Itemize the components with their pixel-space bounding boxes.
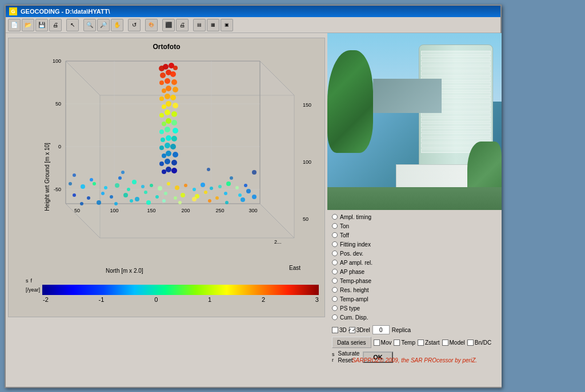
toggle3-button[interactable]: ▣	[221, 19, 233, 31]
replica-input[interactable]	[372, 325, 390, 334]
svg-point-42	[193, 188, 196, 191]
checkbox-bndc-label: Bn/DC	[475, 340, 491, 346]
radio-ampl-timing-circle[interactable]	[332, 214, 338, 220]
radio-ampl-timing[interactable]: Ampl. timing	[332, 212, 497, 221]
checkbox-3drel-label: 3Drel	[356, 327, 370, 333]
checkbox-mov-item[interactable]: Mov	[374, 340, 392, 346]
checkbox-mov-box[interactable]	[374, 340, 380, 346]
svg-point-37	[150, 184, 153, 187]
radio-temp-ampl-circle[interactable]	[332, 296, 338, 302]
svg-point-56	[246, 189, 251, 193]
svg-point-55	[224, 192, 227, 195]
radio-toff-label: Toff	[340, 232, 349, 239]
svg-point-118	[166, 167, 171, 172]
radio-ap-phase-circle[interactable]	[332, 269, 338, 274]
save-button[interactable]: 💾	[35, 19, 48, 31]
data-series-button[interactable]: Data series	[332, 337, 371, 348]
svg-point-51	[144, 191, 147, 194]
radio-toff-circle[interactable]	[332, 232, 338, 238]
checkbox-temp-item[interactable]: Temp	[394, 340, 415, 346]
svg-text:250: 250	[215, 208, 224, 213]
export-button[interactable]: ⬛	[162, 19, 175, 31]
svg-point-102	[171, 120, 177, 126]
checkbox-bndc-box[interactable]	[467, 340, 474, 346]
radio-temp-ampl[interactable]: Temp-ampl	[332, 294, 497, 304]
checkbox-temp-box[interactable]	[394, 340, 400, 346]
trees-left	[327, 50, 373, 153]
zoom-in-button[interactable]: 🔍	[83, 19, 96, 31]
checkbox-zstart-box[interactable]	[418, 340, 424, 346]
svg-point-101	[162, 122, 166, 126]
radio-pos-dev[interactable]: Pos. dev.	[332, 249, 497, 258]
svg-point-67	[80, 202, 83, 205]
radio-ap-ampl-rel[interactable]: AP ampl. rel.	[332, 258, 497, 267]
svg-point-116	[159, 161, 164, 166]
svg-point-110	[159, 146, 164, 150]
radio-ap-ampl-rel-label: AP ampl. rel.	[340, 260, 372, 266]
radio-ampl-timing-label: Ampl. timing	[340, 214, 371, 220]
cursor-button[interactable]: ↖	[66, 19, 79, 31]
color-button[interactable]: 🎨	[145, 19, 158, 31]
svg-point-33	[127, 188, 130, 191]
zoom-out-button[interactable]: 🔎	[97, 19, 110, 31]
open-button[interactable]: 📂	[22, 19, 34, 31]
checkbox-3d-box[interactable]	[332, 327, 338, 333]
pan-button[interactable]: ✋	[111, 19, 123, 31]
radio-ton[interactable]: Ton	[332, 221, 497, 231]
svg-text:100: 100	[53, 58, 61, 64]
colorbar-f-label: f	[31, 278, 33, 284]
radio-ap-ampl-rel-circle[interactable]	[332, 260, 338, 265]
svg-marker-3	[66, 204, 294, 238]
radio-temp-phase[interactable]: Temp-phase	[332, 276, 497, 285]
svg-point-103	[165, 127, 170, 132]
print-button[interactable]: 🖨	[49, 19, 62, 31]
svg-point-119	[162, 169, 166, 174]
svg-point-113	[162, 153, 166, 158]
tick-1: 1	[208, 296, 211, 303]
checkbox-model-box[interactable]	[442, 340, 448, 346]
svg-point-73	[178, 201, 182, 204]
sat-s-letter: s	[332, 351, 335, 357]
svg-point-123	[73, 173, 76, 177]
radio-temp-phase-circle[interactable]	[332, 278, 338, 284]
radio-res-height-label: Res. height	[340, 287, 369, 293]
checkbox-3drel-box[interactable]: ✓	[349, 327, 355, 333]
svg-text:50: 50	[74, 208, 80, 213]
svg-point-63	[215, 196, 219, 200]
print2-button[interactable]: 🖨	[176, 19, 189, 31]
radio-ap-phase[interactable]: AP phase	[332, 267, 497, 276]
radio-res-height[interactable]: Res. height	[332, 285, 497, 294]
radio-ps-type[interactable]: PS type	[332, 304, 497, 313]
svg-point-50	[123, 193, 128, 197]
svg-point-57	[87, 196, 90, 200]
radio-pos-dev-circle[interactable]	[332, 250, 338, 256]
svg-point-91	[165, 94, 170, 99]
radio-fitting-index[interactable]: Fitting index	[332, 240, 497, 249]
radio-ps-type-circle[interactable]	[332, 305, 338, 311]
svg-text:100: 100	[303, 159, 311, 165]
svg-point-77	[241, 197, 245, 202]
rotate-button[interactable]: ↺	[128, 19, 141, 31]
checkbox-zstart-item[interactable]: Zstart	[418, 340, 440, 346]
radio-fitting-index-circle[interactable]	[332, 241, 338, 247]
svg-text:50: 50	[55, 101, 61, 107]
radio-cum-disp[interactable]: Cum. Disp.	[332, 313, 497, 322]
svg-point-95	[162, 104, 166, 109]
checkbox-bndc-item[interactable]: Bn/DC	[467, 340, 491, 346]
toggle1-button[interactable]: ▤	[193, 19, 206, 31]
checkbox-3d-item[interactable]: 3D	[332, 327, 347, 333]
checkbox-model-item[interactable]: Model	[442, 340, 465, 346]
toggle2-button[interactable]: ▦	[207, 19, 219, 31]
svg-point-109	[165, 143, 170, 148]
checkbox-3drel-item[interactable]: ✓ 3Drel	[349, 327, 370, 333]
colorbar-area: s f [/year] -2 -1 0 1 2 3	[26, 278, 319, 312]
radio-res-height-circle[interactable]	[332, 287, 338, 293]
new-button[interactable]: 📄	[8, 19, 21, 31]
svg-text:300: 300	[249, 208, 257, 213]
radio-cum-disp-circle[interactable]	[332, 314, 338, 320]
radio-ton-circle[interactable]	[332, 223, 338, 229]
svg-point-54	[204, 191, 207, 194]
radio-toff[interactable]: Toff	[332, 231, 497, 240]
radio-temp-ampl-label: Temp-ampl	[340, 296, 368, 302]
title-bar: G GEOCODING - D:\data\HYATT\	[6, 6, 500, 17]
